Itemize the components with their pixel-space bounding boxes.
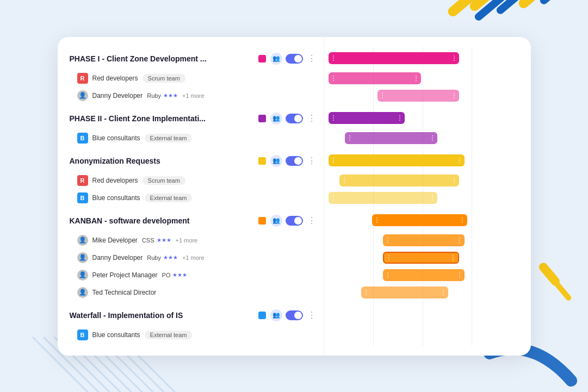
sub-row-phase1-1: 👤Danny DeveloperRuby★★★+1 more	[67, 87, 324, 104]
dots-menu-phase1[interactable]: ⋮	[306, 52, 317, 65]
avatar-group-anon: 👥	[270, 155, 282, 167]
person-name-kanban-1: Danny Developer	[92, 254, 143, 262]
sub-name-anon-1: Blue consultants	[92, 194, 140, 202]
phase-title-kanban: KANBAN - software development	[70, 216, 254, 225]
sub-tag-anon-1: External team	[145, 194, 193, 202]
sub-row-waterfall-0: BBlue consultantsExternal team	[67, 326, 324, 344]
gantt-bar-main-anon[interactable]	[329, 154, 465, 166]
gantt-sub-bar-kanban-2[interactable]	[383, 269, 465, 281]
gantt-sub-bar-kanban-0[interactable]	[383, 234, 465, 246]
gantt-sub-bar-kanban-3[interactable]	[361, 287, 448, 298]
sub-tag-phase2-0: External team	[145, 134, 193, 142]
sub-row-anon-1: BBlue consultantsExternal team	[67, 189, 324, 207]
sub-tag-phase1-0: Scrum team	[143, 74, 185, 83]
team-avatar-phase2-0: B	[77, 133, 88, 144]
gantt-sub-bar-phase1-1[interactable]	[377, 90, 459, 102]
sub-name-phase2-0: Blue consultants	[92, 134, 140, 142]
gantt-sub-bar-phase2-0[interactable]	[345, 132, 437, 144]
gantt-sub-bar-anon-1[interactable]	[329, 192, 437, 204]
gantt-sub-row-kanban-2	[329, 266, 517, 284]
phase-header-phase2: PHASE II - Client Zone Implementati...👥⋮	[67, 107, 324, 129]
sub-name-phase1-0: Red developers	[92, 74, 138, 82]
phase-color-dot-waterfall	[258, 312, 266, 319]
person-name-kanban-2: Peter Project Manager	[92, 271, 158, 279]
skill-tag-kanban-0: CSS★★★	[142, 237, 171, 244]
svg-rect-12	[495, 0, 533, 16]
skill-tag-kanban-2: PO★★★	[162, 272, 188, 278]
dots-menu-kanban[interactable]: ⋮	[306, 214, 317, 227]
phase-header-phase1: PHASE I - Client Zone Development ...👥⋮	[67, 47, 324, 70]
gantt-phase-row-phase1	[329, 47, 517, 70]
gantt-sub-row-phase1-1	[329, 87, 517, 104]
team-avatar-phase1-0: R	[77, 73, 88, 84]
gantt-phase-row-waterfall	[329, 303, 517, 326]
avatar-group-waterfall: 👥	[270, 309, 282, 321]
toggle-anon[interactable]	[286, 156, 303, 166]
toggle-phase1[interactable]	[286, 54, 303, 64]
dots-menu-waterfall[interactable]: ⋮	[306, 309, 317, 321]
toggle-waterfall[interactable]	[286, 310, 303, 320]
phase-controls-anon: 👥⋮	[270, 154, 317, 167]
phase-color-dot-anon	[258, 157, 266, 165]
phase-color-dot-phase1	[258, 55, 266, 63]
phase-header-waterfall: Waterfall - Implementation of IS👥⋮	[67, 303, 324, 326]
sub-row-kanban-0: 👤Mike DeveloperCSS★★★+1 more	[67, 232, 324, 249]
more-tag-kanban-1: +1 more	[182, 254, 205, 261]
gantt-phase-row-phase2	[329, 107, 517, 129]
phase-color-dot-phase2	[258, 115, 266, 122]
left-panel: PHASE I - Client Zone Development ...👥⋮R…	[58, 37, 324, 356]
sub-tag-waterfall-0: External team	[145, 331, 193, 339]
sub-row-kanban-2: 👤Peter Project ManagerPO★★★	[67, 266, 324, 284]
gantt-sub-row-kanban-0	[329, 232, 517, 249]
more-tag-phase1-1: +1 more	[182, 92, 205, 99]
svg-rect-11	[473, 0, 511, 22]
sub-row-kanban-3: 👤Ted Technical Director	[67, 284, 324, 301]
team-avatar-anon-0: R	[77, 175, 88, 186]
svg-rect-10	[468, 0, 507, 13]
person-avatar-kanban-3: 👤	[77, 287, 88, 298]
person-name-phase1-1: Danny Developer	[92, 92, 143, 99]
phase-controls-phase2: 👥⋮	[270, 112, 317, 125]
sub-row-phase1-0: RRed developersScrum team	[67, 70, 324, 87]
sub-tag-anon-0: Scrum team	[143, 176, 185, 185]
gantt-sub-row-phase1-0	[329, 70, 517, 87]
team-avatar-waterfall-0: B	[77, 329, 88, 340]
gantt-sub-row-anon-0	[329, 172, 517, 189]
sub-row-kanban-1: 👤Danny DeveloperRuby★★★+1 more	[67, 249, 324, 266]
gantt-sub-bar-phase1-0[interactable]	[329, 72, 421, 84]
svg-rect-14	[539, 0, 568, 6]
dots-menu-anon[interactable]: ⋮	[306, 154, 317, 167]
gantt-phase-row-anon	[329, 149, 517, 172]
more-tag-kanban-0: +1 more	[176, 237, 198, 244]
gantt-bar-main-phase2[interactable]	[329, 112, 405, 124]
skill-tag-kanban-1: Ruby★★★	[147, 254, 178, 261]
gantt-sub-bar-kanban-1[interactable]	[383, 252, 459, 264]
phase-title-phase2: PHASE II - Client Zone Implementati...	[70, 114, 254, 123]
svg-rect-9	[446, 0, 486, 18]
phase-title-anon: Anonymization Requests	[70, 157, 254, 165]
avatar-group-phase1: 👥	[270, 53, 282, 65]
gantt-bar-main-kanban[interactable]	[372, 214, 467, 226]
gantt-sub-row-phase2-0	[329, 129, 517, 147]
sub-row-anon-0: RRed developersScrum team	[67, 172, 324, 189]
toggle-kanban[interactable]	[286, 216, 303, 226]
gantt-sub-bar-anon-0[interactable]	[339, 175, 459, 186]
phase-color-dot-kanban	[258, 217, 266, 225]
phase-header-anon: Anonymization Requests👥⋮	[67, 149, 324, 172]
phase-controls-kanban: 👥⋮	[270, 214, 317, 227]
phase-controls-waterfall: 👥⋮	[270, 309, 317, 321]
sub-row-phase2-0: BBlue consultantsExternal team	[67, 129, 324, 147]
gantt-sub-row-anon-1	[329, 189, 517, 207]
person-avatar-kanban-2: 👤	[77, 270, 88, 281]
person-avatar-kanban-1: 👤	[77, 252, 88, 263]
phase-title-phase1: PHASE I - Client Zone Development ...	[70, 54, 254, 63]
person-avatar-phase1-1: 👤	[77, 90, 88, 101]
toggle-phase2[interactable]	[286, 114, 303, 123]
gantt-sub-row-kanban-1	[329, 249, 517, 266]
dots-menu-phase2[interactable]: ⋮	[306, 112, 317, 125]
gantt-bar-main-phase1[interactable]	[329, 52, 459, 64]
phase-header-kanban: KANBAN - software development👥⋮	[67, 209, 324, 232]
skill-tag-phase1-1: Ruby★★★	[147, 92, 178, 99]
person-name-kanban-0: Mike Developer	[92, 237, 138, 244]
sub-name-waterfall-0: Blue consultants	[92, 331, 140, 339]
